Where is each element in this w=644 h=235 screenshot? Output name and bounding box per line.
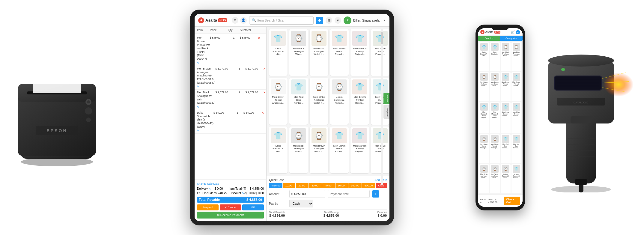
change-sale-date-link[interactable]: Change Sale Date: [197, 182, 264, 185]
product-card[interactable]: ⌚ Men Brown Analogue Watch h...: [310, 29, 328, 76]
bundles-tab[interactable]: Bundles: [383, 93, 389, 104]
phone-product-card[interactable]: ⌚ Men Black Ana logue Watch...: [511, 42, 521, 71]
receive-payment-button[interactable]: ⊞ Receive Payment: [197, 212, 264, 219]
payment-note-input[interactable]: [328, 190, 370, 198]
phone-product-name: Men Teal Blue Printed...: [512, 143, 520, 149]
svg-point-31: [561, 68, 565, 71]
phone-product-card[interactable]: 👕 Men Teal Blue Printed...: [501, 134, 511, 163]
add-item-button[interactable]: +: [316, 17, 323, 24]
products-panel: 👕 Duke Stardust T-shirt ⌚ Men Black Anal…: [267, 27, 389, 221]
qc-40[interactable]: 40.00: [322, 183, 335, 188]
phone-product-name: Duke Stardust...: [491, 51, 499, 55]
phone-product-card[interactable]: 👕 Men Brown Pri nted Round...: [501, 72, 511, 101]
phone-product-card[interactable]: 👕 Men Brown Pri nted Round...: [511, 72, 521, 101]
pay-by-select[interactable]: Cash: [289, 200, 313, 207]
phone-product-card[interactable]: 👕 Duke Stardust T-shirt: [479, 42, 489, 71]
suspend-button[interactable]: Suspend: [197, 204, 219, 210]
phone-product-image: ⌚: [480, 165, 488, 173]
product-card[interactable]: 👕 Men Brown Printed Round...: [330, 29, 349, 76]
cancel-button[interactable]: ✕ Cancel: [220, 204, 241, 210]
cart-item-qty[interactable]: 1: [231, 111, 243, 114]
phone-screen: A Asalta POS 🛒 4 Bundles Categories 👕 Du…: [478, 28, 523, 207]
product-card[interactable]: ⌚ Men Silver-Toned Analogue...: [269, 78, 288, 124]
printer-section: EPSON: [0, 0, 114, 235]
cart-panel: Item Price Qty Subtotal Men Brown Printe…: [195, 27, 267, 221]
phone-product-card[interactable]: ⌚ Men Silver-Ton ed Analogue...: [479, 134, 489, 163]
delivery-row: Delivery ✎ $ 0.00 Item Total (4) $ 4,856…: [197, 186, 264, 191]
dropdown-icon[interactable]: ▼: [335, 17, 341, 24]
product-card[interactable]: ⌚ Unisex Gunmetal-Toned...: [330, 78, 349, 124]
phone-product-name: Men Teal Blue Printed...: [502, 143, 510, 149]
qc-500[interactable]: 500.00: [362, 183, 375, 188]
phone-product-card[interactable]: ⌚ Men Brown An alogue Watch...: [490, 72, 500, 101]
product-card[interactable]: ⌚ Men White Analogue Watch h...: [310, 78, 328, 124]
phone-pos-badge: POS: [494, 31, 501, 34]
user-icon[interactable]: 👤: [240, 17, 247, 24]
bill-button[interactable]: Bill: [242, 204, 264, 210]
phone-product-name: Men Black Ana logue Watch...: [512, 51, 520, 57]
product-icon: 👕: [332, 128, 347, 143]
product-card[interactable]: 👕 Duke Stardust T-shirt: [269, 29, 288, 76]
qc-30[interactable]: 30.00: [309, 183, 322, 188]
cart-items-list: Men Brown Printed Ro und Neck T-shirt (T…: [195, 34, 266, 180]
phone-product-card[interactable]: 👕 Men Teal Blue Printed...: [511, 134, 521, 163]
phone-product-image: 👕: [513, 165, 520, 173]
phone-product-card[interactable]: 👕 Unisex Gunme tal Printed...: [511, 164, 521, 193]
gst-row: GST Included $ 740.75 Discount ✎ ($ 0.00…: [197, 191, 264, 195]
cart-item-edit[interactable]: ✎: [197, 85, 215, 88]
pay-by-label: Pay by: [269, 202, 287, 205]
product-card[interactable]: 👕 Duke Stardust T-shirt: [269, 126, 288, 173]
cart-item-qty[interactable]: 1: [233, 91, 245, 94]
phone-product-image: 👕: [513, 73, 520, 81]
phone-bundles-tab[interactable]: Bundles: [478, 36, 500, 41]
phone-product-card[interactable]: 👕 Men Maroon & Navy Printed...: [490, 102, 500, 133]
cart-item-edit[interactable]: ✎: [197, 61, 210, 64]
qc-50[interactable]: 50.00: [335, 183, 348, 188]
product-card[interactable]: 👕 Men Teal Blue Printed...: [289, 78, 308, 124]
phone-product-card[interactable]: ⌚ Men White Ana logue Watch...: [490, 164, 500, 193]
cart-item-qty[interactable]: 1: [233, 67, 245, 70]
phone-product-card[interactable]: 👕 Men Maroon & Navy Striped...: [479, 102, 489, 133]
product-card[interactable]: 👕 Men Brown Printed Round...: [330, 126, 349, 173]
barcode-icon[interactable]: ▦: [326, 17, 332, 24]
product-card[interactable]: ⌚ Men Black Analogue Watch: [289, 126, 308, 173]
search-bar[interactable]: 🔍 Item Search / Scan: [249, 16, 314, 25]
product-image: ⌚: [312, 79, 326, 94]
settings-icon[interactable]: ⚙: [232, 17, 238, 24]
phone-checkout-button[interactable]: Check Out: [504, 197, 520, 205]
user-dropdown-icon[interactable]: ▼: [383, 19, 386, 22]
payment-add-button[interactable]: +: [372, 190, 379, 198]
product-card[interactable]: 👕 Men Brown Printed Round...: [350, 78, 369, 124]
cart-item-name: Men Brown Printed Ro und Neck T-shirt (T…: [197, 36, 210, 61]
phone-product-card[interactable]: ⌚ Men White Ana logue Watch...: [479, 164, 489, 193]
phone-product-card[interactable]: 👕 Duke Stardust...: [490, 42, 500, 71]
asalta-logo-text: Asalta: [205, 18, 217, 22]
product-card[interactable]: 👕 Men Maroon & Navy Striped...: [350, 126, 369, 173]
categories-tab[interactable]: Categories: [383, 105, 389, 119]
phone-product-card[interactable]: ⌚ Unisex Gunme tal-Toned...: [501, 164, 511, 193]
cart-item-delete[interactable]: ✕: [263, 91, 266, 94]
phone-product-card[interactable]: 👕 Men Olive Gre en Printed...: [501, 102, 511, 133]
cart-item-edit[interactable]: ✎: [197, 129, 213, 132]
discount-label: Discount ✎: [229, 192, 244, 195]
qc-10[interactable]: 10.00: [283, 183, 296, 188]
product-card[interactable]: 👕 Men Maroon & Navy Striped...: [350, 29, 369, 76]
qc-20[interactable]: 20.00: [296, 183, 309, 188]
amount-label: Amount: [269, 192, 287, 196]
scroll-thumb[interactable]: [381, 32, 383, 44]
amount-input[interactable]: [289, 190, 325, 198]
cart-item-delete[interactable]: ✕: [258, 36, 264, 40]
phone-product-name: Men Black Ana logue Watch...: [502, 51, 510, 57]
cart-item-delete[interactable]: ✕: [261, 111, 266, 115]
phone-product-card[interactable]: ⌚ Men Brown Analogue Watch...: [479, 72, 489, 101]
phone-product-card[interactable]: ⌚ Men Black Ana logue Watch...: [501, 42, 511, 71]
product-card[interactable]: ⌚ Men Brown Analogue Watch h...: [310, 126, 328, 173]
product-card[interactable]: ⌚ Men Black Analogue Watch: [289, 29, 308, 76]
cart-item-qty[interactable]: 1: [228, 36, 240, 39]
cart-item-edit[interactable]: ✎: [197, 106, 215, 109]
phone-product-card[interactable]: 👕 Men Olive Gre en Printed...: [511, 102, 521, 133]
cart-item-delete[interactable]: ✕: [263, 67, 266, 70]
phone-product-card[interactable]: ⌚ Men Silver-Ton ed Analogue...: [490, 134, 500, 163]
phone-categories-tab[interactable]: Categories: [500, 36, 523, 41]
qc-100[interactable]: 100.00: [348, 183, 362, 188]
